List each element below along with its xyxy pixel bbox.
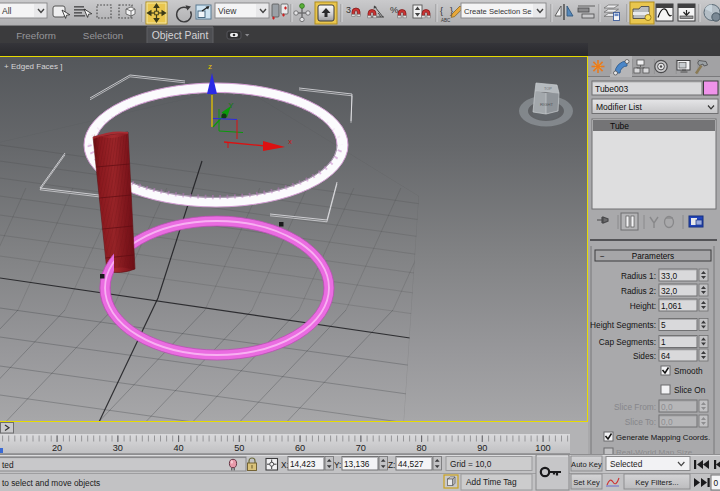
- svg-text:5: 5: [661, 320, 666, 330]
- svg-text:ABC: ABC: [441, 18, 451, 23]
- svg-text:Key Filters...: Key Filters...: [635, 478, 678, 487]
- svg-text:Radius 2:: Radius 2:: [621, 286, 656, 296]
- svg-text:−: −: [600, 252, 605, 261]
- svg-text:Height:: Height:: [630, 301, 656, 311]
- svg-text:1: 1: [661, 337, 666, 347]
- svg-text:z: z: [208, 62, 212, 71]
- svg-text:100: 100: [535, 443, 550, 453]
- svg-text:90: 90: [477, 443, 487, 453]
- svg-text:Modifier List: Modifier List: [596, 102, 642, 112]
- svg-text:%: %: [390, 4, 399, 15]
- svg-text:Tube003: Tube003: [595, 84, 629, 94]
- svg-text:Sides:: Sides:: [633, 351, 656, 361]
- svg-text:30: 30: [113, 443, 123, 453]
- svg-text:Slice To:: Slice To:: [625, 417, 656, 427]
- svg-text:Set Key: Set Key: [573, 478, 600, 487]
- svg-text:50: 50: [234, 443, 244, 453]
- svg-text:All: All: [2, 6, 12, 16]
- svg-text:20: 20: [52, 443, 62, 453]
- svg-text:60: 60: [295, 443, 305, 453]
- svg-text:3: 3: [346, 5, 351, 15]
- svg-text:Selected: Selected: [610, 459, 643, 469]
- svg-text:Height Segments:: Height Segments:: [590, 320, 656, 330]
- svg-text:Slice From:: Slice From:: [614, 402, 656, 412]
- svg-text:Selection: Selection: [83, 30, 123, 41]
- svg-text:+ Edged Faces ]: + Edged Faces ]: [4, 62, 62, 71]
- svg-text:40: 40: [173, 443, 183, 453]
- svg-text:0: 0: [714, 478, 719, 488]
- svg-text:Parameters: Parameters: [632, 252, 674, 261]
- svg-text:x: x: [288, 137, 292, 146]
- svg-text:View: View: [218, 6, 237, 16]
- svg-text:Y: Y: [228, 101, 233, 110]
- svg-text:1,061: 1,061: [661, 301, 682, 311]
- svg-text:33,0: 33,0: [661, 271, 678, 281]
- svg-text:80: 80: [416, 443, 426, 453]
- svg-text:Radius 1:: Radius 1:: [621, 271, 656, 281]
- svg-text:Cap Segments:: Cap Segments:: [599, 337, 656, 347]
- svg-text:Auto Key: Auto Key: [571, 460, 602, 469]
- svg-text:Object Paint: Object Paint: [152, 30, 209, 41]
- svg-text:64: 64: [661, 351, 671, 361]
- svg-text:RIGHT: RIGHT: [540, 102, 553, 107]
- svg-text:0,0: 0,0: [661, 417, 673, 427]
- svg-text:32,0: 32,0: [661, 286, 678, 296]
- svg-text:Create Selection Se: Create Selection Se: [464, 7, 532, 16]
- svg-text:Freeform: Freeform: [16, 30, 56, 41]
- svg-text:Slice On: Slice On: [674, 385, 706, 395]
- svg-text:0,0: 0,0: [661, 402, 673, 412]
- svg-text:Generate Mapping Coords.: Generate Mapping Coords.: [616, 433, 710, 442]
- svg-text:70: 70: [356, 443, 366, 453]
- svg-text:Tube: Tube: [610, 121, 629, 131]
- svg-text:Smooth: Smooth: [674, 366, 703, 376]
- svg-text:TOP: TOP: [544, 87, 552, 91]
- svg-text:{: {: [440, 6, 443, 16]
